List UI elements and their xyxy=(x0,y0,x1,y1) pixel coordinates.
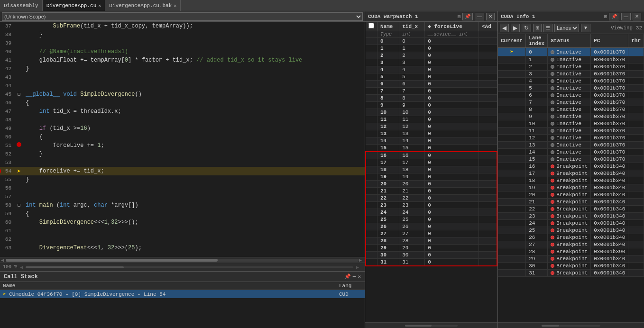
pin-button[interactable]: 📌 xyxy=(609,13,619,20)
cuda-info-row[interactable]: 24 Breakpoint 0x0001b340 xyxy=(498,220,644,227)
cuda-info-row[interactable]: 13 Inactive 0x0001b370 xyxy=(498,142,644,149)
warpwatch-row[interactable]: 0 0 0 xyxy=(366,38,497,45)
collapse-icon[interactable]: ⊟ xyxy=(18,92,20,97)
warpwatch-row[interactable]: 29 29 0 xyxy=(366,245,497,252)
cuda-info-row[interactable]: 20 Breakpoint 0x0001b340 xyxy=(498,191,644,199)
warpwatch-row[interactable]: 13 13 0 xyxy=(366,130,497,137)
cuda-info-row[interactable]: 17 Breakpoint 0x0001b340 xyxy=(498,170,644,177)
warpwatch-row[interactable]: 11 11 0 xyxy=(366,116,497,123)
tab-divergenceapp-bak[interactable]: DivergenceApp.cu.bak ✕ xyxy=(105,0,181,11)
warpwatch-row[interactable]: 8 8 0 xyxy=(366,95,497,102)
row-index: 8 xyxy=(377,95,399,102)
warpwatch-row[interactable]: 9 9 0 xyxy=(366,102,497,109)
status-text: Breakpoint xyxy=(556,220,588,226)
warpwatch-row[interactable]: 17 17 0 xyxy=(366,159,497,166)
warpwatch-row[interactable]: 3 3 0 xyxy=(366,59,497,66)
warpwatch-row[interactable]: 12 12 0 xyxy=(366,123,497,130)
warpwatch-row[interactable]: 21 21 0 xyxy=(366,188,497,195)
cuda-info-grid[interactable]: Current Lane Index Status PC thr ➤ 0 Ina… xyxy=(498,34,644,322)
warpwatch-row[interactable]: 26 26 0 xyxy=(366,223,497,230)
cuda-info-row[interactable]: 7 Inactive 0x0001b370 xyxy=(498,99,644,106)
warpwatch-row[interactable]: 20 20 0 xyxy=(366,181,497,188)
cuda-info-row[interactable]: 27 Breakpoint 0x0001b340 xyxy=(498,241,644,248)
close-icon[interactable]: ✕ xyxy=(358,273,361,280)
cuda-info-row[interactable]: 10 Inactive 0x0001b370 xyxy=(498,120,644,128)
warpwatch-row[interactable]: 10 10 0 xyxy=(366,109,497,116)
warpwatch-row[interactable]: 27 27 0 xyxy=(366,230,497,237)
tab-divergenceapp-cu[interactable]: DivergenceApp.cu ✕ xyxy=(43,0,106,11)
minimize-button[interactable]: — xyxy=(621,13,631,20)
cuda-info-row[interactable]: 19 Breakpoint 0x0001b340 xyxy=(498,184,644,191)
close-button[interactable]: ✕ xyxy=(633,13,641,20)
layout-button[interactable]: ⊞ xyxy=(533,24,542,32)
warpwatch-row[interactable]: 19 19 0 xyxy=(366,173,497,181)
cuda-info-row[interactable]: 9 Inactive 0x0001b370 xyxy=(498,113,644,120)
lanes-select[interactable]: Lanes xyxy=(554,24,579,32)
collapse-icon[interactable]: ⊟ xyxy=(18,203,20,208)
scope-dropdown[interactable]: (Unknown Scope) xyxy=(2,12,363,21)
warpwatch-row[interactable]: 2 2 0 xyxy=(366,52,497,59)
pin-icon[interactable]: 📌 xyxy=(344,273,351,280)
cuda-info-row[interactable]: 22 Breakpoint 0x0001b340 xyxy=(498,206,644,213)
forward-button[interactable]: ▶ xyxy=(511,24,520,32)
warpwatch-row[interactable]: 14 14 0 xyxy=(366,137,497,145)
warpwatch-row[interactable]: 1 1 0 xyxy=(366,45,497,52)
filter-button[interactable]: ▼ xyxy=(581,24,590,32)
warpwatch-row[interactable]: 30 30 0 xyxy=(366,252,497,259)
pin-button[interactable]: 📌 xyxy=(462,13,473,20)
select-all-checkbox[interactable] xyxy=(368,23,374,28)
cuda-info-row[interactable]: 5 Inactive 0x0001b370 xyxy=(498,85,644,92)
hscroll-thumb[interactable] xyxy=(6,259,218,262)
hscroll-track[interactable] xyxy=(6,259,359,262)
cuda-info-row[interactable]: 8 Inactive 0x0001b370 xyxy=(498,106,644,113)
cuda-info-row[interactable]: 2 Inactive 0x0001b370 xyxy=(498,64,644,71)
warpwatch-row[interactable]: 18 18 0 xyxy=(366,166,497,173)
warpwatch-row[interactable]: 24 24 0 xyxy=(366,209,497,216)
warpwatch-row[interactable]: 5 5 0 xyxy=(366,73,497,81)
scroll-right-btn[interactable]: ▶ xyxy=(359,257,364,263)
cuda-info-row[interactable]: ➤ 0 Inactive 0x0001b370 xyxy=(498,48,644,56)
cuda-info-row[interactable]: 18 Breakpoint 0x0001b340 xyxy=(498,177,644,184)
tab-disassembly[interactable]: Disassembly xyxy=(0,0,43,11)
warpwatch-row[interactable]: 22 22 0 xyxy=(366,195,497,202)
cuda-info-row[interactable]: 25 Breakpoint 0x0001b340 xyxy=(498,227,644,234)
tab-close-icon[interactable]: ✕ xyxy=(174,3,176,9)
refresh-button[interactable]: ↻ xyxy=(522,24,531,32)
cuda-info-row[interactable]: 29 Breakpoint 0x0001b340 xyxy=(498,255,644,263)
warpwatch-row[interactable]: 23 23 0 xyxy=(366,202,497,209)
cuda-info-row[interactable]: 3 Inactive 0x0001b370 xyxy=(498,71,644,78)
code-hscrollbar[interactable]: ◀ ▶ xyxy=(0,257,365,263)
code-area[interactable]: 37 SubFrame(tid_x + tid_x_copy, tempArra… xyxy=(0,22,365,257)
warpwatch-row[interactable]: 4 4 0 xyxy=(366,66,497,73)
call-stack-row[interactable]: ➤ CUmodule 04f36f70 - [0] SimpleDivergen… xyxy=(0,290,365,299)
layout-button2[interactable]: ☰ xyxy=(543,24,552,32)
cuda-info-row[interactable]: 21 Breakpoint 0x0001b340 xyxy=(498,199,644,206)
warpwatch-row[interactable]: 16 16 0 xyxy=(366,152,497,159)
cuda-info-row[interactable]: 4 Inactive 0x0001b370 xyxy=(498,78,644,85)
warpwatch-row[interactable]: 25 25 0 xyxy=(366,216,497,223)
warpwatch-grid[interactable]: Name tid_x ◆ forceLive <Ad Type int __de xyxy=(365,22,497,322)
close-button[interactable]: ✕ xyxy=(486,13,495,20)
minimize-button[interactable]: — xyxy=(475,13,484,20)
minimize-icon[interactable]: — xyxy=(353,273,356,280)
cuda-info-row[interactable]: 31 Breakpoint 0x0001b340 xyxy=(498,270,644,277)
cuda-info-row[interactable]: 23 Breakpoint 0x0001b340 xyxy=(498,213,644,220)
scroll-left-btn[interactable]: ◀ xyxy=(1,257,6,263)
cuda-info-row[interactable]: 11 Inactive 0x0001b370 xyxy=(498,128,644,135)
warpwatch-row[interactable]: 6 6 0 xyxy=(366,81,497,88)
cuda-info-row[interactable]: 12 Inactive 0x0001b370 xyxy=(498,135,644,142)
cuda-info-row[interactable]: 6 Inactive 0x0001b370 xyxy=(498,92,644,99)
warpwatch-row[interactable]: 15 15 0 xyxy=(366,145,497,152)
back-button[interactable]: ◀ xyxy=(500,24,509,32)
warpwatch-row[interactable]: 28 28 0 xyxy=(366,237,497,245)
tab-close-icon[interactable]: ✕ xyxy=(98,3,101,9)
warpwatch-row[interactable]: 31 31 0 xyxy=(366,259,497,266)
cuda-info-row[interactable]: 30 Breakpoint 0x0001b340 xyxy=(498,263,644,270)
cuda-info-row[interactable]: 26 Breakpoint 0x0001b340 xyxy=(498,234,644,241)
cuda-info-row[interactable]: 16 Breakpoint 0x0001b340 xyxy=(498,163,644,170)
cuda-info-row[interactable]: 15 Inactive 0x0001b370 xyxy=(498,156,644,163)
warpwatch-row[interactable]: 7 7 0 xyxy=(366,88,497,95)
cuda-info-row[interactable]: 28 Breakpoint 0x0001b390 xyxy=(498,248,644,255)
cuda-info-row[interactable]: 1 Inactive 0x0001b370 xyxy=(498,56,644,64)
cuda-info-row[interactable]: 14 Inactive 0x0001b370 xyxy=(498,149,644,156)
